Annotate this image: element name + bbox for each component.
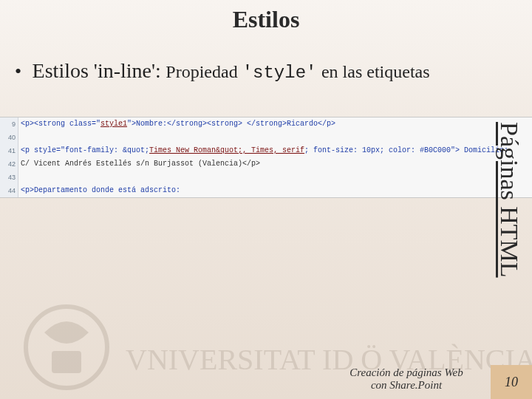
- footer-line2: con Share.Point: [371, 379, 442, 391]
- code-line: [21, 171, 531, 184]
- code-panel: 9 40 41 42 43 44 <p><strong class="style…: [0, 117, 532, 198]
- code-line: <p>Departamento donde está adscrito:: [21, 184, 531, 197]
- code-line: C/ Vicent Andrés Estellés s/n Burjassot …: [21, 157, 531, 171]
- footer-caption: Creación de páginas Web con Share.Point: [332, 366, 480, 392]
- svg-point-0: [26, 307, 107, 388]
- bullet-prop: Propiedad: [166, 62, 242, 81]
- code-line: <p><strong class="style1">Nombre:</stron…: [21, 117, 531, 131]
- code-lines: <p><strong class="style1">Nombre:</stron…: [21, 117, 531, 197]
- line-number: 42: [0, 157, 18, 171]
- slide: Estilos • Estilos 'in-line': Propiedad '…: [0, 0, 532, 399]
- line-number: 44: [0, 184, 18, 197]
- svg-rect-1: [52, 351, 81, 373]
- bullet-line: • Estilos 'in-line': Propiedad 'style' e…: [15, 59, 517, 83]
- slide-title: Estilos: [0, 6, 532, 33]
- page-number: 10: [491, 365, 532, 399]
- code-gutter: 9 40 41 42 43 44: [0, 117, 18, 197]
- line-number: 9: [0, 117, 18, 131]
- line-number: 40: [0, 131, 18, 144]
- bullet-code: 'style': [242, 63, 317, 83]
- line-number: 41: [0, 144, 18, 157]
- bullet-tail: en las etiquetas: [321, 62, 430, 81]
- bullet-topic: Estilos 'in-line':: [33, 59, 161, 82]
- line-number: 43: [0, 171, 18, 184]
- bullet-dot: •: [15, 61, 21, 82]
- footer-line1: Creación de páginas Web: [349, 366, 463, 378]
- code-line: <p style="font-family: &quot;Times New R…: [21, 144, 531, 157]
- sidebar-vertical-label: Páginas HTML: [494, 122, 523, 307]
- sidebar-text: Páginas HTML: [495, 122, 523, 278]
- code-line: [21, 131, 531, 144]
